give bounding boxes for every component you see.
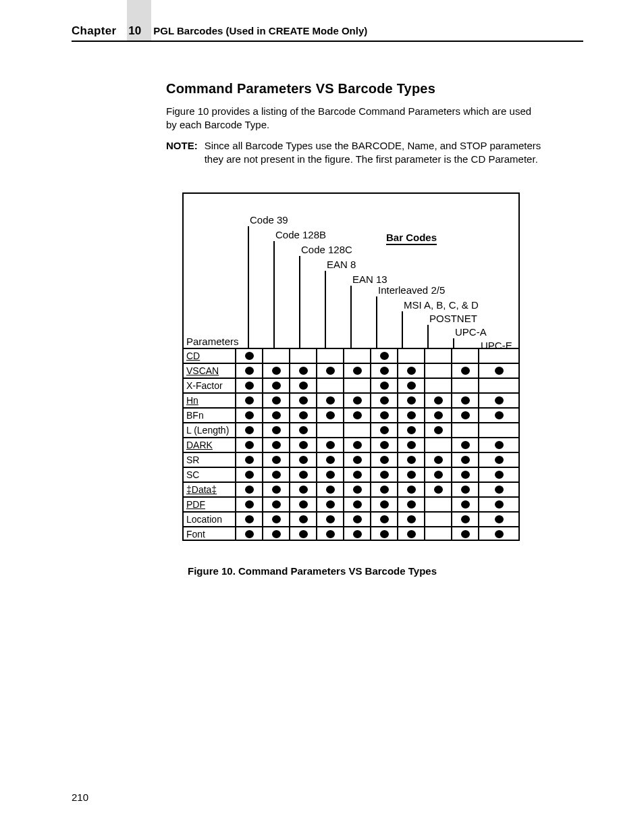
table-cell [263,453,290,467]
table-row: VSCAN [184,363,518,377]
table-cell [425,513,452,526]
table-cell [263,423,290,437]
table-cell [479,468,518,481]
table-cell [263,468,290,481]
dot-icon [353,411,362,419]
table-cell [371,379,398,392]
table-row: SC [184,467,518,481]
table-cell [452,468,479,481]
dot-icon [380,411,389,419]
parameter-label: BFn [184,409,236,422]
table-cell [344,438,371,452]
dot-icon [407,367,416,375]
table-cell [398,423,425,437]
table-cell [263,364,290,377]
table-cell [317,498,344,511]
table-row: BFn [184,407,518,422]
dot-icon [245,396,254,405]
table-row: PDF [184,496,518,511]
table-cell [290,527,317,541]
dot-icon [434,471,443,479]
dot-icon [245,352,254,360]
table-cell [344,498,371,511]
table-cell [371,438,398,452]
column-header: EAN 13 [352,273,387,285]
dot-icon [495,530,504,538]
column-divider [273,241,275,348]
table-cell [452,364,479,377]
table-cell [398,453,425,467]
dot-icon [245,382,254,390]
table-cell [398,483,425,496]
table-cell [425,379,452,392]
table-cell [479,438,518,452]
table-cell [236,498,263,511]
dot-icon [380,426,389,434]
figure: - - Bar Codes Code 39Code 128BCode 128CE… [182,192,527,577]
table-cell [425,498,452,511]
dot-icon [326,367,335,375]
dot-icon [299,441,308,449]
dot-icon [495,471,504,479]
dot-icon [495,500,504,509]
table-cell [425,394,452,407]
table-cell [317,409,344,422]
column-header: Code 39 [250,214,288,226]
table-cell [236,438,263,452]
table-cell [317,349,344,363]
table-cell [398,498,425,511]
table-cell [236,513,263,526]
dot-icon [353,530,362,538]
table-cell [236,349,263,363]
table-cell [371,364,398,377]
dot-icon [495,486,504,494]
column-header: POSTNET [429,313,477,324]
dot-icon [353,441,362,449]
dot-icon [272,411,281,419]
column-header: MSI A, B, C, & D [404,299,479,311]
table-cell [425,438,452,452]
table-row: L (Length) [184,422,518,437]
table-cell [290,394,317,407]
table-cell [398,513,425,526]
table-cell [371,349,398,363]
table-cell [290,423,317,437]
dot-icon [326,396,335,405]
barcode-parameter-chart: - - Bar Codes Code 39Code 128BCode 128CE… [182,192,520,541]
dot-icon [299,471,308,479]
dot-icon [326,530,335,538]
dot-icon [380,352,389,360]
table-cell [290,364,317,377]
table-cell [236,468,263,481]
table-cell [263,438,290,452]
parameter-label: Hn [184,394,236,407]
parameter-label: ‡Data‡ [184,483,236,496]
dot-icon [407,515,416,523]
dot-icon [461,396,470,405]
dot-icon [353,515,362,523]
dot-icon [461,486,470,494]
dash-mark: - - [458,187,471,198]
table-cell [236,409,263,422]
table-cell [452,409,479,422]
dot-icon [299,486,308,494]
dot-icon [326,441,335,449]
column-header: Interleaved 2/5 [378,284,445,296]
dot-icon [407,486,416,494]
table-cell [398,527,425,541]
dot-icon [434,426,443,434]
dot-icon [380,441,389,449]
table-cell [344,394,371,407]
table-cell [479,453,518,467]
dot-icon [495,396,504,405]
chapter-number: 10 [128,24,141,38]
dot-icon [353,471,362,479]
table-cell [479,423,518,437]
dot-icon [326,515,335,523]
dot-icon [299,515,308,523]
parameter-label: CD [184,349,236,363]
table-cell [398,349,425,363]
table-cell [263,349,290,363]
table-cell [479,498,518,511]
table-cell [371,394,398,407]
